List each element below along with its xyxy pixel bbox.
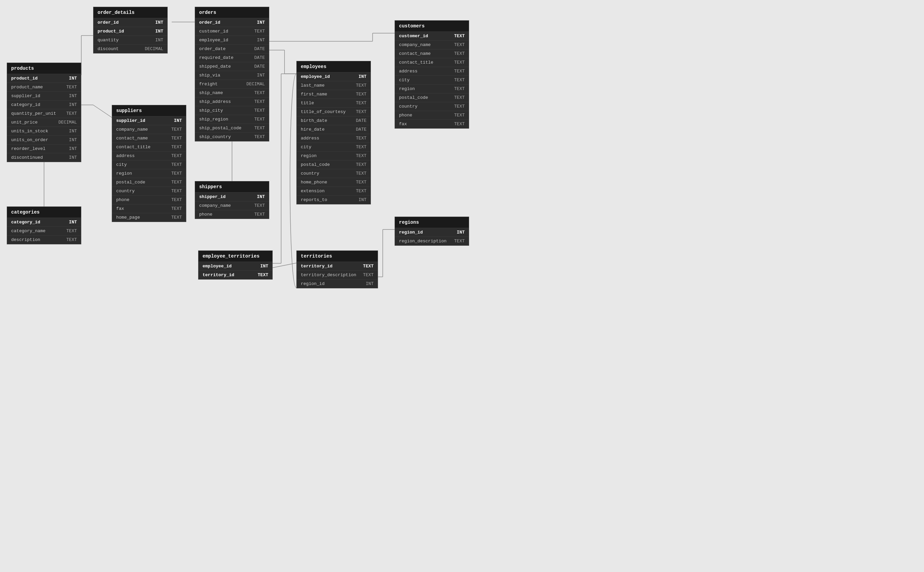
table-header-regions: regions bbox=[395, 217, 469, 228]
col-name: contact_name bbox=[116, 136, 165, 141]
table-header-order_details: order_details bbox=[93, 7, 167, 18]
col-name: contact_name bbox=[399, 51, 447, 56]
table-row: ship_countryTEXT bbox=[195, 132, 269, 141]
col-name: units_on_order bbox=[11, 137, 62, 143]
col-name: contact_title bbox=[116, 145, 165, 149]
table-orders: ordersorder_idINTcustomer_idTEXTemployee… bbox=[195, 7, 269, 141]
col-name: territory_description bbox=[301, 272, 356, 278]
table-row: cityTEXT bbox=[395, 76, 469, 84]
table-row: employee_idINT bbox=[297, 72, 371, 81]
table-row: postal_codeTEXT bbox=[395, 93, 469, 102]
col-name: region_id bbox=[399, 230, 450, 235]
table-row: cityTEXT bbox=[297, 143, 371, 151]
col-name: last_name bbox=[301, 83, 349, 88]
col-type: INT bbox=[156, 20, 163, 25]
col-type: TEXT bbox=[454, 95, 465, 100]
col-type: TEXT bbox=[171, 188, 182, 194]
table-row: regionTEXT bbox=[112, 169, 186, 178]
col-name: address bbox=[399, 69, 447, 74]
col-name: reports_to bbox=[301, 197, 352, 202]
table-row: contact_titleTEXT bbox=[112, 143, 186, 151]
table-row: birth_dateDATE bbox=[297, 116, 371, 125]
col-type: INT bbox=[156, 37, 163, 43]
col-name: territory_id bbox=[301, 264, 356, 269]
col-type: INT bbox=[69, 146, 77, 151]
col-name: supplier_id bbox=[11, 93, 62, 98]
table-row: home_phoneTEXT bbox=[297, 178, 371, 187]
table-row: company_nameTEXT bbox=[195, 201, 269, 210]
table-row: reports_toINT bbox=[297, 195, 371, 204]
col-type: DATE bbox=[356, 127, 366, 132]
col-type: TEXT bbox=[66, 228, 77, 233]
col-type: INT bbox=[257, 194, 265, 199]
table-row: hire_dateDATE bbox=[297, 125, 371, 134]
table-row: ship_addressTEXT bbox=[195, 97, 269, 106]
col-type: TEXT bbox=[454, 121, 465, 127]
table-row: region_idINT bbox=[297, 279, 378, 288]
col-name: territory_id bbox=[203, 272, 251, 278]
col-name: employee_id bbox=[199, 37, 250, 43]
col-type: DATE bbox=[254, 47, 265, 51]
col-name: city bbox=[399, 78, 447, 82]
table-header-suppliers: suppliers bbox=[112, 105, 186, 116]
col-type: TEXT bbox=[171, 215, 182, 220]
table-row: cityTEXT bbox=[112, 160, 186, 169]
col-type: TEXT bbox=[454, 113, 465, 118]
col-name: units_in_stock bbox=[11, 129, 62, 134]
col-name: fax bbox=[116, 206, 165, 211]
table-row: employee_idINT bbox=[195, 36, 269, 44]
col-type: INT bbox=[257, 73, 265, 78]
table-row: discountDECIMAL bbox=[93, 44, 167, 53]
col-type: INT bbox=[69, 129, 77, 134]
col-type: INT bbox=[359, 74, 366, 79]
col-name: region_description bbox=[399, 239, 447, 244]
col-name: order_id bbox=[98, 20, 149, 25]
table-row: territory_idTEXT bbox=[198, 270, 272, 279]
col-type: TEXT bbox=[356, 136, 366, 141]
col-type: TEXT bbox=[254, 212, 265, 217]
table-row: quantityINT bbox=[93, 36, 167, 44]
col-name: company_name bbox=[116, 127, 165, 132]
table-territories: territoriesterritory_idTEXTterritory_des… bbox=[296, 250, 378, 288]
table-row: addressTEXT bbox=[297, 134, 371, 143]
table-row: descriptionTEXT bbox=[7, 235, 81, 244]
table-row: ship_viaINT bbox=[195, 71, 269, 79]
col-type: DECIMAL bbox=[58, 120, 77, 125]
table-row: ship_regionTEXT bbox=[195, 115, 269, 124]
table-employees: employeesemployee_idINTlast_nameTEXTfirs… bbox=[296, 61, 371, 204]
table-row: countryTEXT bbox=[395, 102, 469, 111]
col-name: freight bbox=[199, 82, 240, 87]
table-order_details: order_detailsorder_idINTproduct_idINTqua… bbox=[93, 7, 168, 53]
table-row: reorder_levelINT bbox=[7, 144, 81, 153]
col-type: TEXT bbox=[254, 99, 265, 104]
col-type: TEXT bbox=[454, 51, 465, 56]
col-name: city bbox=[301, 145, 349, 149]
table-row: phoneTEXT bbox=[195, 210, 269, 219]
table-header-orders: orders bbox=[195, 7, 269, 18]
col-type: TEXT bbox=[454, 78, 465, 82]
col-type: INT bbox=[69, 137, 77, 143]
col-name: ship_name bbox=[199, 90, 248, 95]
col-name: quantity bbox=[98, 37, 149, 43]
table-row: category_idINT bbox=[7, 218, 81, 227]
col-name: ship_city bbox=[199, 108, 248, 113]
col-type: INT bbox=[257, 20, 265, 25]
col-name: description bbox=[11, 237, 59, 242]
col-type: TEXT bbox=[356, 101, 366, 106]
table-row: discontinuedINT bbox=[7, 153, 81, 162]
col-name: home_phone bbox=[301, 180, 349, 185]
table-row: regionTEXT bbox=[395, 84, 469, 93]
col-type: TEXT bbox=[356, 83, 366, 88]
table-row: company_nameTEXT bbox=[395, 40, 469, 49]
col-name: ship_via bbox=[199, 73, 250, 78]
col-type: TEXT bbox=[356, 153, 366, 159]
svg-line-13 bbox=[93, 105, 112, 117]
col-type: TEXT bbox=[171, 206, 182, 211]
table-row: faxTEXT bbox=[395, 120, 469, 128]
col-name: shipper_id bbox=[199, 194, 250, 199]
col-name: employee_id bbox=[203, 264, 254, 269]
col-type: DATE bbox=[254, 64, 265, 69]
table-employee_territories: employee_territoriesemployee_idINTterrit… bbox=[198, 250, 273, 280]
col-type: INT bbox=[69, 102, 77, 107]
table-row: region_idINT bbox=[395, 228, 469, 236]
